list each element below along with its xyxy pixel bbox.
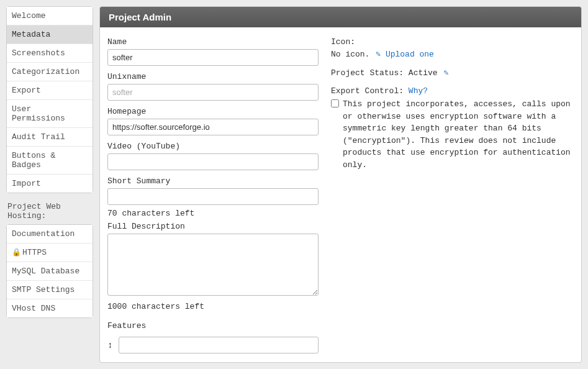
short-summary-counter: 70 characters left [107, 209, 319, 218]
upload-link-label: Upload one [386, 50, 434, 59]
sidebar-item-screenshots[interactable]: Screenshots [7, 44, 93, 63]
icon-status: No icon. [331, 50, 369, 59]
sidebar-item-metadata[interactable]: Metadata [7, 25, 93, 44]
edit-status-icon[interactable]: ✎ [443, 68, 448, 78]
sidebar-item-export[interactable]: Export [7, 81, 93, 100]
name-input[interactable] [107, 49, 319, 66]
info-column: Icon: No icon. ✎ Upload one Project Stat… [331, 37, 574, 353]
export-control-text: This project incorporates, accesses, cal… [343, 98, 574, 171]
icon-label: Icon: [331, 37, 574, 47]
sidebar-hosting-nav: Documentation 🔒HTTPS MySQL Database SMTP… [6, 224, 93, 318]
export-control-checkbox[interactable] [331, 99, 339, 107]
form-column: Name Unixname Homepage Video (YouTube) S… [107, 37, 319, 353]
sidebar-item-smtp[interactable]: SMTP Settings [7, 281, 93, 299]
full-description-counter: 1000 characters left [107, 302, 319, 311]
lock-icon: 🔒 [12, 248, 21, 257]
full-description-label: Full Description [107, 222, 319, 231]
sidebar-nav: Welcome Metadata Screenshots Categorizat… [6, 6, 93, 193]
page-title: Project Admin [100, 7, 581, 27]
features-label: Features [107, 321, 319, 330]
project-status-value: Active [409, 68, 438, 78]
export-why-link[interactable]: Why? [409, 86, 428, 96]
sidebar-item-mysql[interactable]: MySQL Database [7, 262, 93, 281]
short-summary-label: Short Summary [107, 176, 319, 186]
sidebar-item-documentation[interactable]: Documentation [7, 225, 93, 244]
sidebar-item-label: HTTPS [22, 248, 47, 257]
drag-handle-icon[interactable]: ↕ [107, 340, 112, 350]
edit-icon: ✎ [376, 50, 381, 59]
name-label: Name [107, 37, 319, 47]
sidebar-item-welcome[interactable]: Welcome [7, 7, 93, 25]
unixname-input[interactable] [107, 84, 319, 101]
homepage-input[interactable] [107, 119, 319, 135]
sidebar-item-categorization[interactable]: Categorization [7, 63, 93, 81]
homepage-label: Homepage [107, 107, 319, 116]
feature-input[interactable] [119, 337, 319, 353]
sidebar-item-vhost-dns[interactable]: VHost DNS [7, 299, 93, 317]
upload-icon-link[interactable]: ✎ Upload one [374, 50, 434, 59]
hosting-heading: Project Web Hosting: [6, 202, 93, 224]
video-input[interactable] [107, 153, 319, 170]
full-description-input[interactable] [107, 234, 319, 296]
main-panel: Project Admin Name Unixname Homepage Vid… [99, 6, 582, 363]
sidebar-item-user-permissions[interactable]: User Permissions [7, 100, 93, 128]
sidebar-item-import[interactable]: Import [7, 175, 93, 193]
video-label: Video (YouTube) [107, 142, 319, 151]
sidebar-item-buttons-badges[interactable]: Buttons & Badges [7, 147, 93, 175]
unixname-label: Unixname [107, 72, 319, 81]
sidebar: Welcome Metadata Screenshots Categorizat… [6, 6, 93, 363]
short-summary-input[interactable] [107, 188, 319, 205]
export-control-label: Export Control: [331, 86, 404, 96]
sidebar-item-audit-trail[interactable]: Audit Trail [7, 128, 93, 147]
project-status-label: Project Status: [331, 68, 404, 78]
sidebar-item-https[interactable]: 🔒HTTPS [7, 244, 93, 262]
